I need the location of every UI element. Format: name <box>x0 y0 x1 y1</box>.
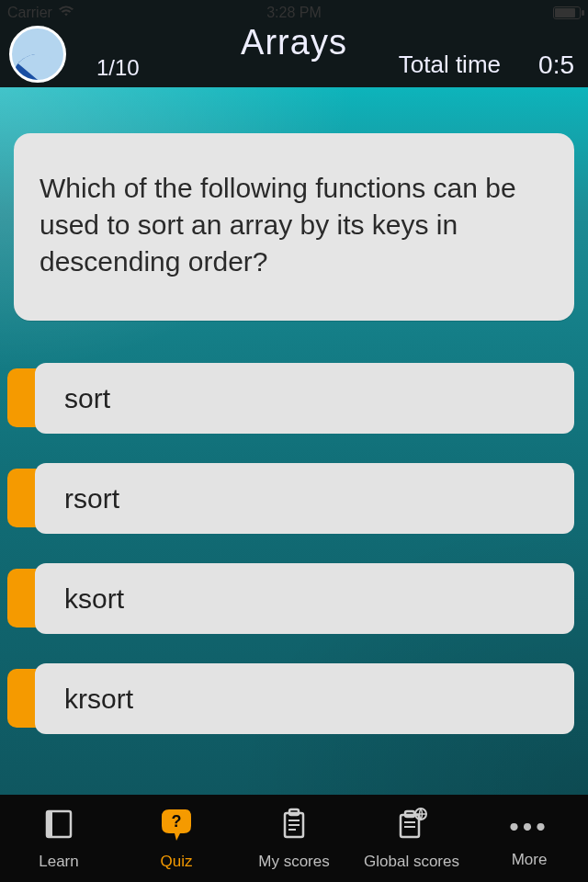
main-content: Which of the following functions can be … <box>0 87 588 795</box>
tab-label: My scores <box>258 853 329 871</box>
total-time-value: 0:5 <box>538 51 574 80</box>
answer-label: rsort <box>64 483 119 514</box>
answer-label: krsort <box>64 684 133 715</box>
clipboard-icon <box>276 806 312 847</box>
question-icon: ? <box>158 806 195 847</box>
total-time-label: Total time <box>399 51 501 79</box>
tab-bar: Learn ? Quiz My scores Global scores •••… <box>0 795 588 882</box>
svg-rect-1 <box>47 811 52 837</box>
question-card: Which of the following functions can be … <box>14 133 574 321</box>
answer-label: sort <box>64 383 110 414</box>
clipboard-globe-icon <box>393 806 430 847</box>
tab-my-scores[interactable]: My scores <box>235 795 353 882</box>
timer-circle-icon <box>9 26 66 83</box>
answer-option[interactable]: rsort <box>35 463 574 534</box>
tab-global-scores[interactable]: Global scores <box>353 795 470 882</box>
question-timer <box>9 26 66 83</box>
tab-label: Learn <box>39 853 78 871</box>
tab-learn[interactable]: Learn <box>0 795 118 882</box>
tab-label: More <box>512 851 548 869</box>
status-time: 3:28 PM <box>0 5 588 21</box>
tab-label: Global scores <box>364 853 459 871</box>
tab-quiz[interactable]: ? Quiz <box>118 795 235 882</box>
status-right <box>553 6 581 19</box>
svg-text:?: ? <box>172 812 182 831</box>
status-bar: Carrier 3:28 PM <box>0 0 588 26</box>
question-progress: 1/10 <box>96 55 140 81</box>
answer-list: sort rsort ksort krsort <box>35 363 574 734</box>
answer-option[interactable]: ksort <box>35 563 574 634</box>
tab-label: Quiz <box>161 853 193 871</box>
tab-more[interactable]: ••• More <box>470 795 588 882</box>
book-icon <box>40 806 77 847</box>
answer-label: ksort <box>64 583 124 615</box>
question-text: Which of the following functions can be … <box>40 173 516 277</box>
answer-option[interactable]: krsort <box>35 663 574 734</box>
battery-icon <box>553 6 581 19</box>
more-icon: ••• <box>509 808 549 845</box>
answer-option[interactable]: sort <box>35 363 574 434</box>
